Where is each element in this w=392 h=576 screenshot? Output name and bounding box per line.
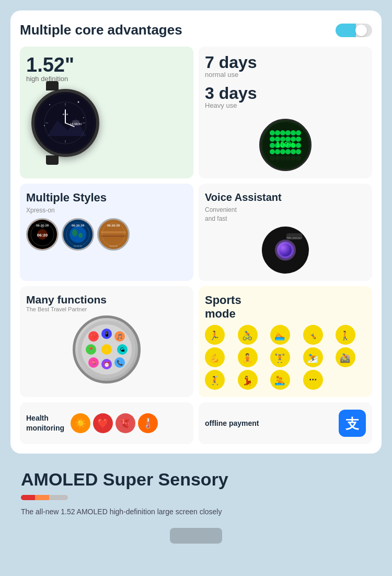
battery-circle-watch: 100% <box>259 119 312 171</box>
watch-strap-bottom <box>46 155 59 165</box>
svg-point-34 <box>296 143 301 148</box>
svg-text:▲▲: ▲▲ <box>62 112 69 116</box>
svg-point-46 <box>296 155 301 161</box>
card-header: Multiple core advantages <box>20 22 372 38</box>
health-title: Healthmonitoring <box>26 413 64 434</box>
cell-health-monitoring: Healthmonitoring ☀️ ❤️ 🫀 🌡️ <box>20 402 193 444</box>
svg-text:💪: 💪 <box>209 353 220 364</box>
payment-title: offline payment <box>205 419 259 429</box>
sport-icon-yoga: 🧘 <box>238 347 258 367</box>
voice-watch-wrapper: Hello, what can I <box>262 227 309 274</box>
svg-point-40 <box>296 149 301 154</box>
svg-point-17 <box>270 130 275 135</box>
jump-svg: 🤸 <box>307 329 319 341</box>
watch-time-earth: 06:20:39 <box>72 224 84 227</box>
svg-text:⛷️: ⛷️ <box>307 353 318 364</box>
yoga-svg: 🧘 <box>242 352 253 363</box>
voice-watch: Hello, what can I <box>262 227 309 274</box>
svg-text:100%: 100% <box>276 140 295 149</box>
sport-icon-swim: 🏊 <box>270 325 290 345</box>
page-title: Multiple core advantages <box>20 22 182 38</box>
sport-icon-run: 🏃 <box>205 325 225 345</box>
watch-time-jupiter: 06:20:39 <box>107 224 120 227</box>
alipay-svg: 支 <box>343 414 362 433</box>
battery-row-2: 3 days Heavy use <box>205 85 366 111</box>
svg-text:🚴: 🚴 <box>242 331 253 341</box>
bottom-accent-bar <box>21 495 68 500</box>
bottom-watch-hint-container <box>21 528 371 544</box>
svg-point-28 <box>296 137 301 142</box>
watch-face-svg: 16 MON ▲▲ <box>37 94 94 152</box>
svg-text:📍: 📍 <box>88 346 95 353</box>
svg-text:🏊: 🏊 <box>274 331 285 341</box>
svg-point-1 <box>49 104 50 105</box>
voice-watch-container: Hello, what can I <box>205 227 366 274</box>
svg-text:🧘: 🧘 <box>242 353 253 364</box>
cell-many-functions: Many functions The Best Travel Partner ❤… <box>20 286 193 398</box>
alipay-icon: 支 <box>339 410 366 437</box>
svg-text:📱: 📱 <box>103 331 110 337</box>
svg-point-55 <box>72 229 77 236</box>
functions-watch: ❤️ 📱 🎵 📍 ⚡ 🌤 🏃 <box>73 315 141 383</box>
watch-strap-top <box>46 81 59 91</box>
sport-icon-surf: 🤽 <box>270 370 290 390</box>
functions-watch-container: ❤️ 📱 🎵 📍 ⚡ 🌤 🏃 <box>26 315 187 383</box>
watch-face-inner: 16 MON ▲▲ <box>34 92 96 154</box>
svg-point-22 <box>296 130 301 135</box>
svg-text:⚡: ⚡ <box>103 346 110 353</box>
bottom-section: AMOLED Super Sensory The all-new 1.52 AM… <box>10 454 382 554</box>
svg-point-42 <box>275 155 280 161</box>
svg-text:支: 支 <box>345 416 360 432</box>
dance-svg: 💃 <box>242 374 253 386</box>
health-icon-temp: 🌡️ <box>138 413 158 433</box>
svg-text:🏃: 🏃 <box>90 359 97 366</box>
health-icon-blood: 🫀 <box>116 413 135 433</box>
swim-svg: 🏊 <box>274 329 286 341</box>
main-card: Multiple core advantages 1.52" high defi… <box>10 10 382 454</box>
svg-point-39 <box>291 149 296 154</box>
sport-icon-climb: 🏋️ <box>270 347 290 367</box>
svg-point-41 <box>270 155 275 161</box>
svg-text:06:20:39: 06:20:39 <box>109 245 118 247</box>
svg-text:🚶: 🚶 <box>340 331 351 341</box>
svg-text:06:20:39: 06:20:39 <box>74 245 82 247</box>
watch-face-jupiter: 06:20:39 06:20:39 <box>97 218 130 251</box>
svg-rect-60 <box>101 231 126 233</box>
screen-size-text: 1.52" <box>26 55 187 75</box>
cycle-svg: 🚴 <box>242 329 253 341</box>
health-icon-heart: ❤️ <box>93 413 113 433</box>
svg-point-38 <box>285 149 291 154</box>
run-svg: 🏃 <box>209 329 221 341</box>
sport-icon-lift: 💪 <box>205 347 225 367</box>
cell-battery: 7 days normal use 3 days Heavy use <box>199 47 372 178</box>
battery-row-1: 7 days normal use <box>205 54 366 81</box>
page-wrapper: Multiple core advantages 1.52" high defi… <box>0 0 392 554</box>
cell-multiple-styles: Multiple Styles Xpress-on 06:20:39 06:20… <box>20 184 193 281</box>
middle-grid: Multiple Styles Xpress-on 06:20:39 06:20… <box>20 184 372 281</box>
svg-point-45 <box>291 155 296 161</box>
sport-icon-walk: 🚶 <box>336 325 355 345</box>
bottom-row: Healthmonitoring ☀️ ❤️ 🫀 🌡️ offline paym… <box>20 402 372 444</box>
svg-point-29 <box>270 143 275 148</box>
sport-icon-cycle: 🚴 <box>238 325 258 345</box>
voice-sub: Convenientand fast <box>205 206 366 223</box>
toggle-switch[interactable] <box>336 24 372 37</box>
health-icons-row: ☀️ ❤️ 🫀 🌡️ <box>71 413 158 433</box>
walk-svg: 🚶 <box>340 329 351 341</box>
voice-title: Voice Assistant <box>205 191 366 204</box>
features-grid: 1.52" high definition <box>20 47 372 178</box>
voice-watch-svg: Hello, what can I <box>264 229 306 271</box>
svg-text:🌤: 🌤 <box>120 347 125 353</box>
svg-text:⏰: ⏰ <box>103 361 110 368</box>
watch-face-mars: 06:20:39 06:20 39 <box>26 218 59 251</box>
battery-watch-svg: 100% <box>262 121 309 168</box>
svg-text:🏃: 🏃 <box>209 331 220 341</box>
styles-sub: Xpress-on <box>26 207 187 214</box>
sport-icon-sport5: 🚵 <box>336 347 355 367</box>
bottom-title: AMOLED Super Sensory <box>21 469 371 490</box>
svg-text:💃: 💃 <box>242 376 253 386</box>
svg-point-20 <box>285 130 291 135</box>
svg-text:🏋️: 🏋️ <box>274 353 285 364</box>
svg-text:06:20: 06:20 <box>37 233 48 238</box>
svg-text:❤️: ❤️ <box>90 333 97 340</box>
